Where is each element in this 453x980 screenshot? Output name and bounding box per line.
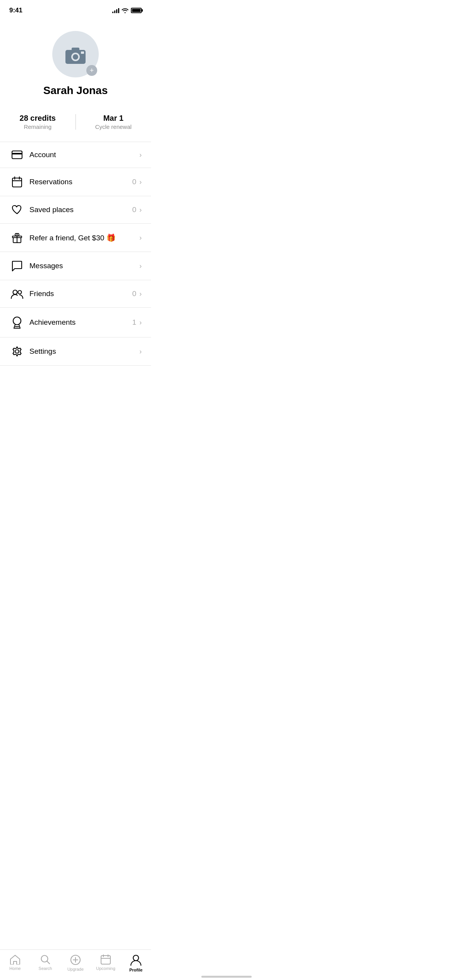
friends-label: Friends — [29, 290, 132, 298]
friends-chevron: › — [139, 290, 142, 298]
svg-point-14 — [13, 290, 17, 295]
message-icon — [9, 260, 25, 271]
reservations-badge: 0 — [132, 178, 136, 186]
settings-label: Settings — [29, 347, 139, 356]
renewal-stat: Mar 1 Cycle renewal — [84, 114, 144, 130]
gift-icon — [9, 232, 25, 243]
signal-icon — [112, 8, 119, 13]
status-time: 9:41 — [9, 7, 22, 14]
add-photo-button[interactable]: + — [86, 65, 97, 76]
achievements-chevron: › — [139, 319, 142, 327]
messages-chevron: › — [139, 262, 142, 270]
stats-divider — [76, 114, 76, 130]
menu-item-friends[interactable]: Friends 0 › — [0, 280, 151, 308]
heart-icon — [9, 205, 25, 215]
svg-rect-5 — [12, 151, 22, 159]
settings-icon — [9, 346, 25, 357]
svg-rect-3 — [72, 48, 79, 51]
account-label: Account — [29, 151, 139, 159]
settings-chevron: › — [139, 348, 142, 356]
achievements-label: Achievements — [29, 318, 132, 327]
wifi-icon — [122, 8, 129, 13]
status-icons — [112, 8, 142, 13]
friends-badge: 0 — [132, 290, 136, 298]
menu-item-account[interactable]: Account › — [0, 142, 151, 168]
renewal-value: Mar 1 — [103, 114, 124, 123]
menu-item-settings[interactable]: Settings › — [0, 338, 151, 366]
svg-rect-6 — [12, 153, 22, 154]
menu-item-achievements[interactable]: Achievements 1 › — [0, 308, 151, 338]
saved-places-badge: 0 — [132, 206, 136, 214]
camera-icon — [64, 45, 87, 64]
achievements-badge: 1 — [132, 318, 136, 327]
refer-chevron: › — [139, 234, 142, 242]
svg-point-18 — [15, 350, 19, 353]
svg-point-16 — [13, 317, 21, 325]
friends-icon — [9, 289, 25, 299]
status-bar: 9:41 — [0, 0, 151, 19]
saved-places-label: Saved places — [29, 206, 132, 214]
svg-point-15 — [18, 291, 22, 294]
renewal-label: Cycle renewal — [95, 123, 132, 130]
menu-list: Account › Reservations 0 › — [0, 142, 151, 366]
credits-value: 28 credits — [20, 114, 56, 123]
reservations-icon — [9, 176, 25, 187]
stats-row: 28 credits Remaining Mar 1 Cycle renewal — [0, 114, 151, 130]
account-icon — [9, 151, 25, 159]
messages-label: Messages — [29, 262, 139, 270]
svg-point-2 — [73, 54, 78, 60]
credits-stat: 28 credits Remaining — [8, 114, 68, 130]
menu-item-saved-places[interactable]: Saved places 0 › — [0, 196, 151, 224]
account-chevron: › — [139, 151, 142, 159]
menu-item-reservations[interactable]: Reservations 0 › — [0, 168, 151, 196]
svg-rect-4 — [81, 51, 84, 54]
saved-places-chevron: › — [139, 206, 142, 214]
avatar-container[interactable]: + — [52, 31, 99, 77]
credits-label: Remaining — [24, 123, 51, 130]
user-name: Sarah Jonas — [43, 84, 108, 97]
menu-item-messages[interactable]: Messages › — [0, 252, 151, 280]
menu-item-refer[interactable]: Refer a friend, Get $30 🎁 › — [0, 224, 151, 252]
refer-label: Refer a friend, Get $30 🎁 — [29, 233, 139, 242]
reservations-chevron: › — [139, 178, 142, 186]
reservations-label: Reservations — [29, 178, 132, 186]
achievement-icon — [9, 316, 25, 329]
profile-header: + Sarah Jonas — [0, 19, 151, 114]
svg-rect-7 — [12, 178, 22, 187]
battery-icon — [131, 8, 142, 13]
